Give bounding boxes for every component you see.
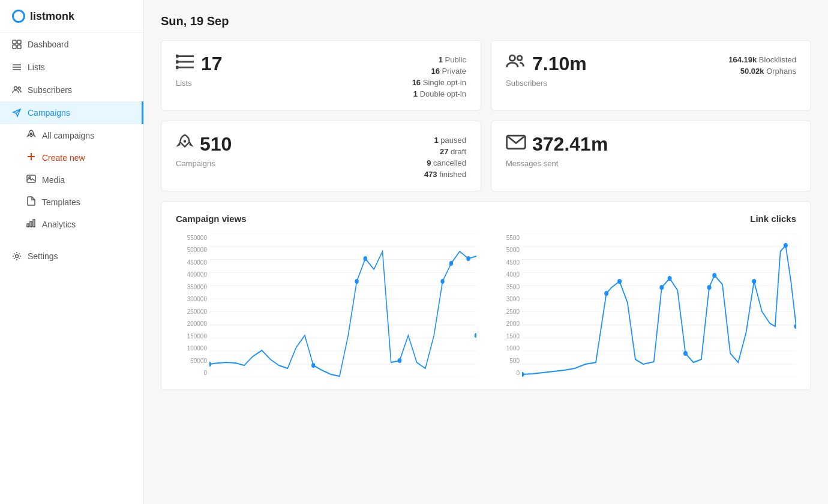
send-icon [12,108,22,118]
clicks-line-chart [522,233,796,377]
clicks-y-3000: 3000 [496,296,520,302]
clicks-y-4500: 4500 [496,259,520,266]
campaigns-stat-value: 510 [200,133,232,155]
link-clicks-chart: 5500 5000 4500 4000 3500 3000 2500 2000 … [496,233,796,377]
svg-point-22 [176,61,178,62]
campaigns-detail-3: 473 finished [424,170,466,179]
views-y-150000: 150000 [176,333,207,340]
clicks-y-2500: 2500 [496,308,520,315]
campaigns-stat-details: 1 paused 27 draft 9 cancelled 473 finish… [424,133,466,179]
lists-stat-details: 1 Public 16 Private 16 Single opt-in 1 D… [412,53,466,98]
views-y-100000: 100000 [176,345,207,352]
messages-stat-label: Messages sent [506,159,608,168]
clicks-y-3500: 3500 [496,284,520,290]
sidebar-sub-item-media[interactable]: Media [0,169,143,191]
subscribers-stat-main: 7.10m Subscribers [506,53,587,88]
svg-point-17 [16,255,19,258]
subscribers-detail-1: 50.02k Orphans [728,67,796,76]
campaigns-stat-icon [176,133,194,155]
sidebar-sub-item-create-new[interactable]: Create new [0,146,143,169]
users-icon [12,85,22,95]
charts-grid: 550000 500000 450000 400000 350000 30000… [176,233,796,377]
views-y-500000: 500000 [176,247,207,253]
page-date: Sun, 19 Sep [161,14,811,28]
brand-name: listmonk [30,10,74,23]
svg-point-9 [31,133,32,135]
svg-rect-3 [17,45,21,49]
views-y-400000: 400000 [176,271,207,278]
subscribers-stat-value: 7.10m [532,53,587,75]
lists-detail-3: 1 Double opt-in [412,89,466,98]
subscribers-stat-card: 7.10m Subscribers 164.19k Blocklisted 50… [491,40,811,111]
file-icon [26,196,36,208]
campaign-views-chart: 550000 500000 450000 400000 350000 30000… [176,233,476,377]
sidebar-item-subscribers[interactable]: Subscribers [0,79,143,101]
sidebar-item-settings[interactable]: Settings [0,245,143,268]
lists-stat-value: 17 [201,53,223,75]
subscribers-detail-0: 164.19k Blocklisted [728,55,796,64]
views-y-300000: 300000 [176,296,207,302]
nav-item-wrapper-subscribers: Subscribers [0,79,143,101]
svg-rect-15 [30,221,32,227]
campaigns-detail-0: 1 paused [424,136,466,145]
campaigns-stat-card: 510 Campaigns 1 paused 27 draft 9 cancel… [161,121,481,191]
grid-icon [12,40,22,49]
clicks-y-2000: 2000 [496,320,520,327]
lists-stat-main: 17 Lists [176,53,223,88]
svg-point-44 [466,256,470,261]
svg-point-67 [784,243,788,248]
lists-detail-1: 16 Private [412,67,466,76]
svg-point-71 [683,351,688,356]
image-icon [26,174,36,185]
sidebar-item-settings-label: Settings [28,251,58,261]
stats-row-1: 17 Lists 1 Public 16 Private 16 Single o… [161,40,811,111]
views-y-50000: 50000 [176,358,207,364]
messages-stat-main: 372.41m Messages sent [506,133,608,168]
views-y-200000: 200000 [176,320,207,327]
sidebar-item-dashboard[interactable]: Dashboard [0,33,143,56]
svg-rect-2 [13,45,16,49]
svg-point-26 [184,140,187,143]
sidebar-item-campaigns[interactable]: Campaigns [0,101,143,124]
svg-rect-0 [13,40,16,44]
rocket-icon [26,130,36,141]
sidebar-sub-item-analytics-label: Analytics [42,220,76,229]
svg-point-43 [449,261,453,266]
svg-point-63 [659,285,664,290]
sidebar-sub-item-templates[interactable]: Templates [0,191,143,213]
views-line-chart [209,233,476,377]
svg-point-24 [509,55,515,61]
lists-detail-0: 1 Public [412,55,466,64]
bar-chart-icon [26,218,36,230]
svg-point-21 [176,55,178,57]
views-y-250000: 250000 [176,308,207,315]
link-clicks-title: Link clicks [750,214,796,224]
clicks-y-1500: 1500 [496,333,520,340]
messages-stat-value: 372.41m [532,133,608,155]
clicks-y-4000: 4000 [496,271,520,278]
sidebar: listmonk Dashboard [0,0,144,504]
nav-item-wrapper-dashboard: Dashboard [0,33,143,56]
sidebar-item-subscribers-label: Subscribers [28,85,72,95]
charts-section: Campaign views Link clicks 550000 500000… [161,201,811,390]
sidebar-item-lists[interactable]: Lists [0,56,143,79]
sidebar-item-campaigns-label: Campaigns [28,108,70,118]
nav-item-wrapper-lists: Lists [0,56,143,79]
sidebar-sub-item-templates-label: Templates [42,197,80,207]
campaign-views-title: Campaign views [176,214,247,224]
logo[interactable]: listmonk [0,0,143,33]
svg-point-61 [604,291,608,296]
sidebar-item-dashboard-label: Dashboard [28,40,69,49]
subscribers-stat-icon [506,53,526,74]
sidebar-sub-item-analytics[interactable]: Analytics [0,213,143,235]
list-icon [12,62,22,72]
views-y-550000: 550000 [176,235,207,241]
clicks-y-500: 500 [496,358,520,364]
gear-icon [12,251,22,261]
sidebar-sub-item-create-new-label: Create new [42,153,85,163]
sidebar-sub-item-all-campaigns[interactable]: All campaigns [0,124,143,146]
chart-header: Campaign views Link clicks [176,214,796,224]
nav-item-wrapper-campaigns: Campaigns [0,101,143,124]
svg-point-8 [18,87,20,89]
sidebar-item-lists-label: Lists [28,62,45,72]
